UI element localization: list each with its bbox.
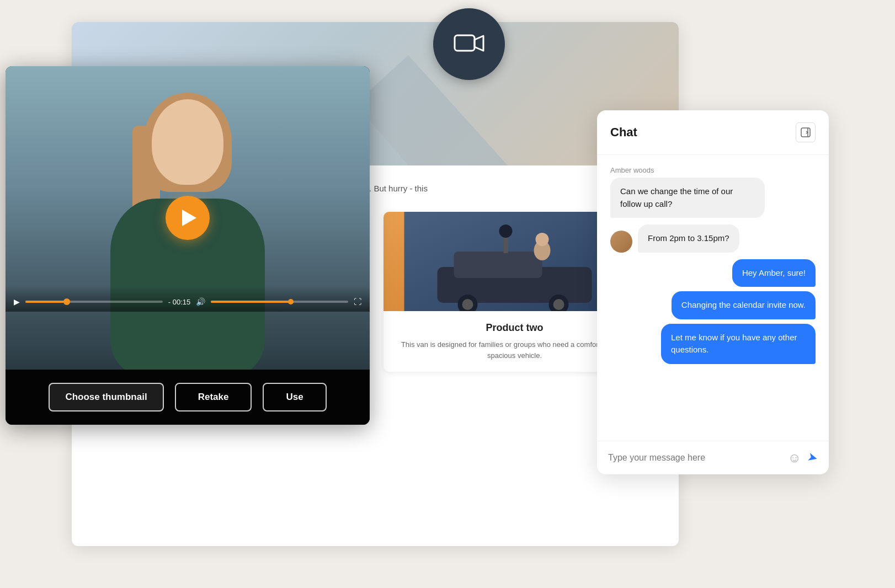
video-player: ▶ - 00:15 🔊 ⛶ Choose thumbnail Retake Us… <box>6 66 370 425</box>
svg-rect-21 <box>455 35 475 51</box>
play-button[interactable] <box>166 196 210 240</box>
play-icon <box>182 210 196 226</box>
message-row-2: From 2pm to 3.15pm? <box>610 224 816 253</box>
send-button[interactable]: ➤ <box>806 450 819 466</box>
sent-message-1: Hey Amber, sure! <box>732 259 816 287</box>
volume-bar[interactable] <box>211 301 348 303</box>
volume-icon[interactable]: 🔊 <box>196 297 205 306</box>
svg-point-14 <box>499 224 513 238</box>
play-pause-icon[interactable]: ▶ <box>14 297 20 306</box>
chat-collapse-button[interactable] <box>796 122 816 142</box>
message-bubble-2: From 2pm to 3.15pm? <box>638 224 739 253</box>
message-bubble-1: Can we change the time of our follow up … <box>610 178 765 218</box>
svg-point-20 <box>553 299 564 310</box>
fullscreen-icon[interactable]: ⛶ <box>354 297 361 306</box>
emoji-button[interactable]: ☺ <box>787 450 801 466</box>
video-actions-bar: Choose thumbnail Retake Use <box>6 370 370 425</box>
progress-bar[interactable] <box>25 301 163 303</box>
video-frame: ▶ - 00:15 🔊 ⛶ <box>6 66 370 370</box>
chat-header: Chat <box>597 110 829 155</box>
video-camera-icon-circle <box>433 8 505 80</box>
sender-name: Amber woods <box>610 166 816 174</box>
retake-button[interactable]: Retake <box>175 383 252 411</box>
svg-rect-12 <box>454 252 542 278</box>
chat-panel: Chat Amber woods Can we change the time … <box>597 110 829 474</box>
chat-messages: Amber woods Can we change the time of ou… <box>597 155 829 441</box>
svg-point-18 <box>462 299 473 310</box>
sent-message-3: Let me know if you have any other questi… <box>661 324 816 364</box>
person-head <box>152 99 223 185</box>
svg-rect-22 <box>801 128 810 137</box>
video-camera-icon <box>452 28 486 61</box>
sent-message-2: Changing the calendar invite now. <box>672 291 816 319</box>
collapse-icon <box>801 127 811 137</box>
use-button[interactable]: Use <box>263 383 326 411</box>
chat-title: Chat <box>610 125 637 140</box>
choose-thumbnail-button[interactable]: Choose thumbnail <box>49 383 163 411</box>
received-messages-group: Amber woods Can we change the time of ou… <box>610 166 816 218</box>
progress-fill <box>25 301 67 303</box>
svg-point-16 <box>536 233 549 246</box>
video-controls: ▶ - 00:15 🔊 ⛶ <box>6 286 370 312</box>
progress-thumb <box>63 298 70 305</box>
chat-input-area: ☺ ➤ <box>597 441 829 474</box>
time-display: - 00:15 <box>168 298 190 306</box>
chat-input[interactable] <box>608 453 781 463</box>
avatar <box>610 231 632 253</box>
sent-messages-group: Hey Amber, sure! Changing the calendar i… <box>610 259 816 364</box>
